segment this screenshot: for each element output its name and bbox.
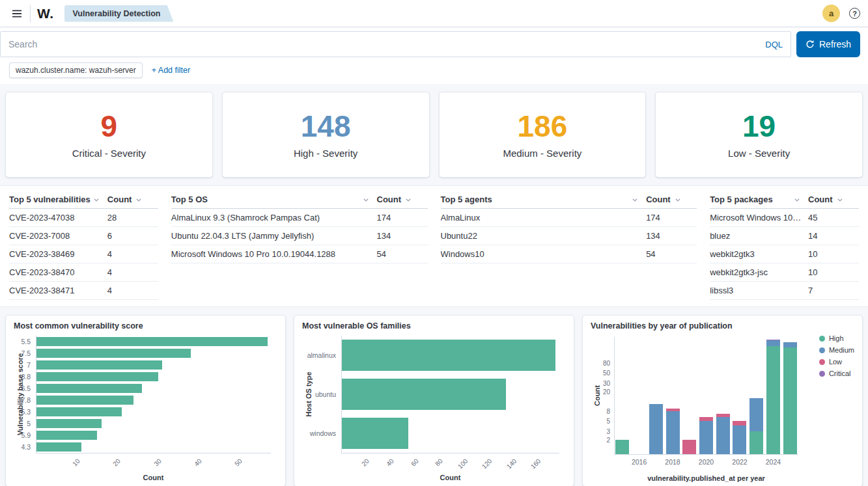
table-top5-packages: Top 5 packages Count Microsoft Windows 1… [710,191,859,300]
help-icon: ? [849,8,860,19]
year-publication-chart: 23582030508020162018202020222024vulnerab… [591,332,854,483]
bar [36,431,97,440]
chart-os-families: Most vulnerable OS families almalinuxubu… [294,315,574,486]
y-tick: 80 [603,360,610,367]
critical-count: 9 [101,111,118,141]
bar [36,384,142,393]
legend-dot-icon [819,336,825,342]
avatar[interactable]: a [822,5,840,22]
chart-year-of-publication: Vulnerabilities by year of publication 2… [582,315,863,486]
x-tick: 2016 [632,458,647,466]
table-cell-name: bluez [710,231,808,241]
legend-item[interactable]: High [819,334,854,342]
bar-segment [699,417,713,421]
table-cell-count: 54 [377,249,428,259]
sort-chevron-icon[interactable] [837,196,843,203]
bar-segment [666,409,680,411]
table-row: CVE-2023-7008 6 [9,227,158,245]
table-cell-count: 45 [808,213,859,223]
table-cell-count: 6 [107,231,158,241]
bar [36,337,268,346]
breadcrumb[interactable]: Vulnerability Detection [64,5,174,22]
bar-segment [783,347,797,454]
x-tick: 80 [434,457,445,468]
x-tick: 60 [410,457,420,468]
search-box[interactable]: DQL [0,31,791,57]
table-title: Top 5 OS [171,195,208,204]
add-filter-button[interactable]: + Add filter [152,66,190,75]
filter-pill[interactable]: wazuh.cluster.name: wazuh-server [9,62,143,78]
table-cell-count: 134 [646,231,697,241]
table-cell-count: 54 [646,249,697,259]
table-row: webkit2gtk3 10 [710,245,859,263]
table-cell-count: 174 [377,213,428,223]
top5-tables-panel: Top 5 vulnerabilities Count CVE-2023-470… [0,185,868,307]
sort-chevron-icon[interactable] [363,196,369,203]
bar-segment [783,342,797,347]
filter-row: wazuh.cluster.name: wazuh-server + Add f… [0,57,868,84]
high-count: 148 [301,111,351,141]
table-row: CVE-2023-47038 28 [9,209,158,227]
dashboard-content: 9 Critical - Severity 148 High - Severit… [0,84,868,486]
y-tick: 3 [606,427,610,435]
y-tick: 20 [603,388,610,396]
bar-segment [649,404,663,454]
table-cell-name: CVE-2023-7008 [9,231,107,241]
vulnerability-score-chart: 5.57.578.86.57.85.355.94.31020304050Coun… [14,332,277,483]
bar-segment [666,411,680,454]
search-input[interactable] [8,39,759,49]
table-cell-name: Ubuntu22 [441,231,647,241]
table-row: webkit2gtk3-jsc 10 [710,263,859,282]
legend-item[interactable]: Low [819,358,854,366]
table-cell-count: 14 [808,231,859,241]
sort-chevron-icon[interactable] [675,196,681,203]
table-row: CVE-2023-38469 4 [9,245,158,263]
table-row: Windows10 54 [441,245,697,263]
sort-chevron-icon[interactable] [632,196,638,203]
sort-chevron-icon[interactable] [405,196,412,203]
table-row: Microsoft Windows 10 Pro 10.0.19044.1288… [171,245,428,263]
x-tick: 30 [152,457,163,468]
chart-title: Most common vulnerability score [14,321,277,331]
table-row: AlmaLinux 174 [441,209,697,227]
search-row: DQL Refresh [0,27,868,57]
os-families-chart: almalinuxubuntuwindows204060801001201401… [302,332,566,483]
table-cell-name: AlmaLinux 9.3 (Shamrock Pampas Cat) [171,213,377,223]
y-tick: 2 [606,436,610,443]
legend-item[interactable]: Critical [819,370,854,377]
x-tick: 2020 [699,458,714,466]
y-tick: 8 [606,407,610,414]
x-tick: 10 [71,457,81,468]
bar [36,442,81,452]
table-cell-name: CVE-2023-38471 [9,286,107,295]
x-tick: 2018 [665,458,680,466]
bar-segment [749,431,763,454]
bar-segment [766,346,780,454]
sort-chevron-icon[interactable] [93,196,100,203]
bar [36,349,191,358]
table-cell-count: 4 [107,286,158,295]
help-button[interactable]: ? [849,8,860,19]
y-axis-label: Count [593,385,601,406]
table-row: Microsoft Windows 10 Pro 10. 45 [710,209,859,227]
refresh-button[interactable]: Refresh [796,31,860,57]
severity-cards-row: 9 Critical - Severity 148 High - Severit… [0,84,868,178]
bar-segment [716,417,730,454]
sort-chevron-icon[interactable] [794,196,800,203]
table-cell-name: Microsoft Windows 10 Pro 10. [710,213,808,223]
charts-row: Most common vulnerability score 5.57.578… [0,307,868,486]
table-cell-name: libssl3 [710,286,808,295]
y-axis-label: Vulnerability base score [16,353,24,435]
bar-segment [615,440,629,454]
wazuh-logo[interactable]: W. [37,6,54,21]
low-count: 19 [742,111,776,141]
sort-chevron-icon[interactable] [135,196,142,203]
table-cell-name: webkit2gtk3-jsc [710,267,808,277]
table-cell-name: AlmaLinux [441,213,647,223]
legend-item[interactable]: Medium [819,346,854,354]
table-cell-count: 4 [107,249,158,259]
bar-segment [733,425,746,454]
menu-button[interactable] [8,5,26,23]
dql-button[interactable]: DQL [765,40,783,49]
x-tick: 40 [193,457,203,468]
